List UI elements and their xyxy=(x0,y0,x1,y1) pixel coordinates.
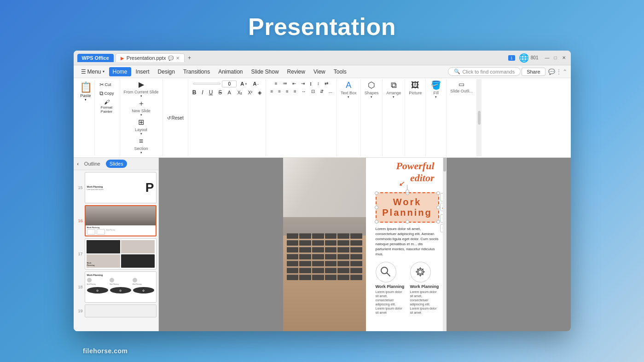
comment-icon[interactable]: 💬 xyxy=(548,69,555,75)
handle-top-right[interactable] xyxy=(436,191,440,195)
new-slide-button[interactable]: ＋ New Slide ▾ xyxy=(130,99,152,118)
file-tab[interactable]: ▶ Presentation.pptx 💬 ✕ xyxy=(116,53,185,62)
font-group: 0 A+ A- B I U S A X₂ X² ◈ xyxy=(188,79,267,156)
tab-animation[interactable]: Animation xyxy=(215,67,246,76)
handle-middle-right[interactable] xyxy=(436,206,440,209)
slide-item-17[interactable]: 17 WorkPlanning xyxy=(75,238,157,270)
slide-thumb-19[interactable] xyxy=(85,305,157,317)
powerful-editor-label: Powerful editor xyxy=(376,160,439,184)
underline-button[interactable]: U xyxy=(207,88,215,97)
number-list-button[interactable]: ≔ xyxy=(280,80,290,87)
bullet-list-button[interactable]: ≡ xyxy=(273,80,280,87)
tab-design[interactable]: Design xyxy=(154,67,179,76)
align-center-button[interactable]: ≡ xyxy=(276,88,283,95)
bold-button[interactable]: B xyxy=(190,88,199,97)
wps-brand-tab[interactable]: WPS Office xyxy=(77,54,114,62)
shapes-chevron-icon: ▾ xyxy=(371,95,372,99)
convert-button[interactable]: ⇵ xyxy=(318,88,326,95)
maximize-button[interactable]: □ xyxy=(552,55,559,61)
slide-thumb-16[interactable]: Work Planning Work Planning xyxy=(85,205,157,236)
from-current-slide-button[interactable]: ▶ From Current Slide ▾ xyxy=(122,80,161,99)
align-right-button[interactable]: ≡ xyxy=(284,88,291,95)
minimize-button[interactable]: — xyxy=(544,55,551,61)
chat-icon[interactable]: 💬 xyxy=(168,56,174,61)
clear-format-button[interactable]: ◈ xyxy=(255,89,264,97)
menu-button[interactable]: ☰ Menu ▾ xyxy=(77,67,108,76)
tab-insert[interactable]: Insert xyxy=(132,67,153,76)
strikethrough-button[interactable]: S xyxy=(216,88,224,97)
slide-item-19[interactable]: 19 xyxy=(75,305,157,317)
section-button[interactable]: ≡ Section ▾ xyxy=(133,137,150,155)
font-name-input[interactable] xyxy=(193,83,220,85)
text-color-button[interactable]: A xyxy=(225,89,234,96)
slides-tab[interactable]: Slides xyxy=(106,160,127,168)
handle-top-left[interactable] xyxy=(375,191,378,195)
user-avatar[interactable]: 🌐 xyxy=(519,53,529,63)
text-style-button[interactable]: A Text Box ▾ xyxy=(339,80,359,100)
copy-button[interactable]: ⧉ Copy xyxy=(97,89,116,98)
ribbon-scroll[interactable] xyxy=(477,79,482,156)
share-button[interactable]: Share xyxy=(522,68,545,76)
slide-thumb-17[interactable]: WorkPlanning xyxy=(85,238,157,270)
tab-transitions[interactable]: Transitions xyxy=(180,67,214,76)
work-planning-textbox[interactable]: Work Planning ✎ 🖌 ⊞ ⊡ xyxy=(376,192,439,223)
increase-font-button[interactable]: A+ xyxy=(238,80,249,87)
user-number: 801 xyxy=(531,55,539,60)
handle-bottom-left[interactable] xyxy=(375,220,378,224)
handle-bottom-center[interactable] xyxy=(406,220,409,224)
tab-view[interactable]: View xyxy=(310,67,329,76)
justify-button[interactable]: ≡ xyxy=(291,88,299,95)
font-size-input[interactable]: 0 xyxy=(222,80,237,87)
close-button[interactable]: ✕ xyxy=(561,55,567,61)
slide-item-15[interactable]: 15 Work Planning Lorem ipsum dolor sit a… xyxy=(75,172,157,203)
tab-review[interactable]: Review xyxy=(284,67,309,76)
handle-bottom-right[interactable] xyxy=(436,220,440,224)
column-button[interactable]: ⫿ xyxy=(307,80,314,87)
italic-button[interactable]: I xyxy=(199,88,205,97)
decrease-indent-button[interactable]: ⇤ xyxy=(290,80,298,87)
search-commands[interactable]: 🔍 Click to find commands xyxy=(448,67,521,76)
section-icon: ≡ xyxy=(139,138,143,145)
decrease-font-button[interactable]: A- xyxy=(250,80,261,87)
cut-button[interactable]: ✂ Cut xyxy=(97,80,116,89)
slide-item-16[interactable]: 16 Work Planning Work Planning xyxy=(75,205,157,236)
handle-middle-left[interactable] xyxy=(375,206,378,209)
fill-button[interactable]: 🪣 Fill ▾ xyxy=(428,80,444,100)
layout-button[interactable]: ⊞ Layout ▾ xyxy=(133,118,150,137)
slide-show-chevron-icon: ▾ xyxy=(140,94,142,98)
collapse-ribbon-icon[interactable]: ⌃ xyxy=(563,69,567,75)
panel-collapse-icon[interactable]: ‹ xyxy=(77,161,79,167)
add-tab-button[interactable]: + xyxy=(185,53,194,63)
slide-thumb-15[interactable]: Work Planning Lorem ipsum dolor sit amet… xyxy=(85,172,157,203)
slide-canvas: Powerful editor Wo xyxy=(283,158,447,331)
slide-outline-button[interactable]: ▭ Slide Outli... xyxy=(448,80,475,94)
close-tab-icon[interactable]: ✕ xyxy=(176,56,180,61)
shapes-button[interactable]: ⬡ Shapes ▾ xyxy=(363,80,381,100)
superscript-button[interactable]: X² xyxy=(245,89,255,96)
tab-tools[interactable]: Tools xyxy=(330,67,350,76)
direction-button[interactable]: ⇄ xyxy=(322,80,331,87)
canvas-scrollbar[interactable] xyxy=(443,158,447,331)
rotation-handle[interactable] xyxy=(406,185,409,193)
slide-item-18[interactable]: 18 Work Planning Work Planning Work Plan… xyxy=(75,271,157,303)
tab-slide-show[interactable]: Slide Show xyxy=(248,67,283,76)
smart-art-button[interactable]: ⊡ xyxy=(309,88,317,95)
reset-button[interactable]: ↺ Reset xyxy=(165,115,186,121)
subscript-button[interactable]: X₂ xyxy=(235,89,245,96)
spacing-button[interactable]: ↕ xyxy=(315,80,322,87)
more-para-button[interactable]: ... xyxy=(326,88,335,95)
clipboard-group: 📋 Paste ▾ ✂ Cut ⧉ Copy 🖌 FormatPainter xyxy=(75,79,120,156)
more-options-icon[interactable]: ⋮ xyxy=(556,69,562,75)
increase-indent-button[interactable]: ⇥ xyxy=(299,80,307,87)
canvas-right-content: Powerful editor Wo xyxy=(368,158,447,331)
format-painter-button[interactable]: 🖌 FormatPainter xyxy=(97,98,116,115)
para-spacing-button[interactable]: ↔ xyxy=(299,88,308,95)
outline-tab[interactable]: Outline xyxy=(81,160,104,168)
tab-home[interactable]: Home xyxy=(109,67,131,76)
paste-button[interactable]: 📋 Paste ▾ xyxy=(77,80,95,155)
picture-button[interactable]: 🖼 Picture xyxy=(407,80,424,96)
slide-thumb-18[interactable]: Work Planning Work Planning Work Plannin… xyxy=(85,271,157,303)
arrange-button[interactable]: ⧉ Arrange ▾ xyxy=(384,80,403,100)
gear-icon-circle xyxy=(410,262,431,282)
align-left-button[interactable]: ≡ xyxy=(268,88,275,95)
